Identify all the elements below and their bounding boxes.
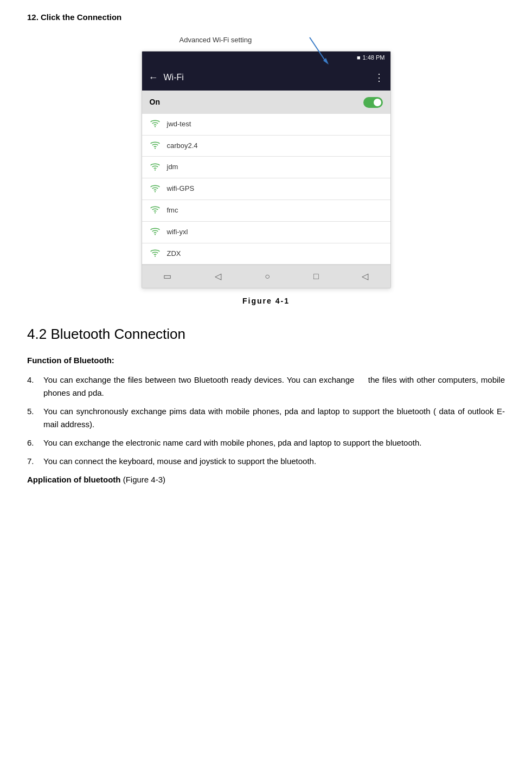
wifi-item-5[interactable]: fmc [142,200,390,222]
wifi-signal-icon-1 [150,119,161,130]
annotation-arrow [283,35,337,67]
step-number: 12. [27,12,39,22]
battery-icon: ■ [357,53,361,63]
phone-navbar: ▭ ◁ ○ □ ◁ [142,265,390,288]
wifi-name-6: wifi-yxl [167,227,188,238]
wifi-on-label: On [150,96,160,108]
wifi-item-3[interactable]: jdm [142,157,390,178]
annotation-label: Advanced Wi-Fi setting [180,35,252,46]
list-num-6: 6. [27,436,43,449]
list-item-7: 7. You can connect the keyboard, mouse a… [27,455,505,468]
svg-point-4 [154,169,155,170]
app-bluetooth-bold: Application of bluetooth [27,475,120,484]
status-time: 1:48 PM [363,53,385,63]
app-bluetooth-rest: (Figure 4-3) [120,475,165,484]
section-number: 4.2 [27,326,47,342]
function-list: 4. You can exchange the files between tw… [27,374,505,468]
wifi-item-4[interactable]: wifi-GPS [142,178,390,200]
nav-btn-3[interactable]: ○ [265,269,270,284]
function-header: Function of Bluetooth: [27,354,505,367]
menu-icon[interactable]: ⋮ [374,70,384,86]
section-title-text: Bluetooth Connection [50,326,185,342]
step-prefix: Click the [41,12,77,22]
wifi-name-1: jwd-test [167,119,191,130]
wifi-name-7: ZDX [167,248,181,260]
list-num-4: 4. [27,374,43,400]
title-bar: ← Wi-Fi ⋮ [142,65,390,91]
svg-point-8 [154,255,155,256]
nav-btn-1[interactable]: ▭ [163,269,171,284]
nav-btn-5[interactable]: ◁ [362,269,368,284]
list-item-5: 5. You can synchronously exchange pims d… [27,405,505,431]
list-num-5: 5. [27,405,43,431]
wifi-name-5: fmc [167,205,178,216]
back-icon[interactable]: ← [149,70,158,86]
wifi-title: Wi-Fi [164,70,374,85]
wifi-signal-icon-5 [150,205,161,216]
wifi-item-7[interactable]: ZDX [142,243,390,265]
wifi-name-4: wifi-GPS [167,183,195,195]
wifi-name-2: carboy2.4 [167,140,198,152]
svg-point-3 [154,147,155,149]
list-item-6: 6. You can exchange the electronic name … [27,436,505,449]
list-text-5: You can synchronously exchange pims data… [43,405,505,431]
svg-point-5 [154,191,155,192]
section-title: 4.2 Bluetooth Connection [27,323,505,346]
list-text-7: You can connect the keyboard, mouse and … [43,455,505,468]
wifi-item-6[interactable]: wifi-yxl [142,222,390,243]
wifi-signal-icon-7 [150,248,161,259]
nav-btn-2[interactable]: ◁ [215,269,221,284]
status-bar: ■ 1:48 PM [142,52,390,65]
wifi-item-1[interactable]: jwd-test [142,114,390,136]
list-num-7: 7. [27,455,43,468]
wifi-network-list: jwd-test carboy2.4 [142,114,390,265]
wifi-toggle-row[interactable]: On [142,91,390,113]
step-header: 12. Click the Connection [27,11,505,24]
phone-screen: ■ 1:48 PM ← Wi-Fi ⋮ On [142,51,391,288]
wifi-signal-icon-4 [150,184,161,195]
figure-container: Advanced Wi-Fi setting ■ 1:48 PM ← Wi-Fi… [27,35,505,307]
svg-point-6 [154,213,155,214]
wifi-signal-icon-2 [150,140,161,151]
list-text-4: You can exchange the files between two B… [43,374,505,400]
wifi-toggle-switch[interactable] [363,97,383,108]
svg-point-7 [154,234,155,235]
wifi-signal-icon-3 [150,162,161,173]
figure-caption: Figure 4-1 [242,295,290,307]
list-text-6: You can exchange the electronic name car… [43,436,505,449]
svg-line-0 [310,37,326,62]
nav-btn-4[interactable]: □ [313,269,319,284]
wifi-name-3: jdm [167,162,178,173]
app-bluetooth-paragraph: Application of bluetooth (Figure 4-3) [27,473,505,486]
svg-point-2 [154,126,155,127]
wifi-item-2[interactable]: carboy2.4 [142,136,390,157]
step-keyword: Connection [77,12,122,22]
wifi-signal-icon-6 [150,227,161,237]
list-item-4: 4. You can exchange the files between tw… [27,374,505,400]
